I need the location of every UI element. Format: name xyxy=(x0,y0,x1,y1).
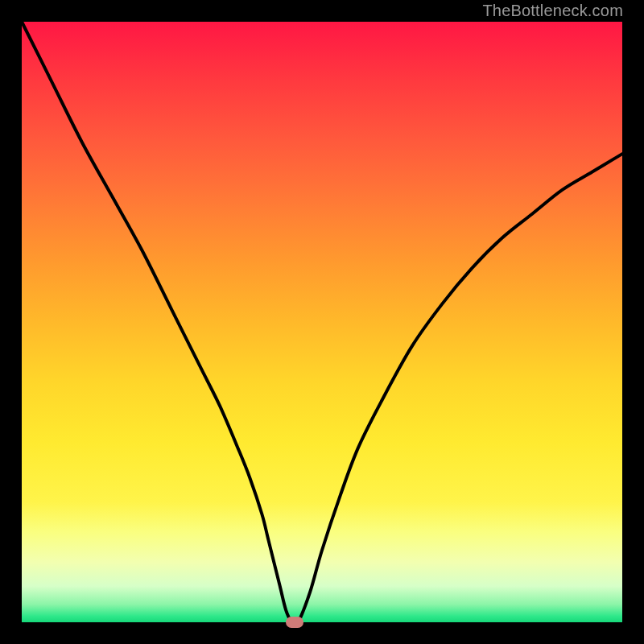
curve-layer xyxy=(22,22,622,622)
optimum-marker xyxy=(286,617,303,628)
chart-stage: TheBottleneck.com xyxy=(0,0,644,644)
watermark-text: TheBottleneck.com xyxy=(482,2,623,20)
plot-area xyxy=(22,22,622,622)
bottleneck-curve xyxy=(22,22,622,625)
